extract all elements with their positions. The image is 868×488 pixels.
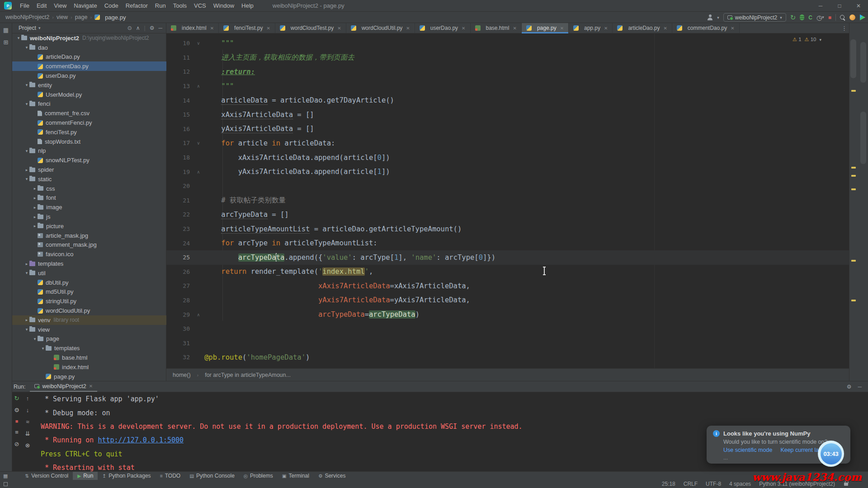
- menu-run[interactable]: Run: [151, 2, 170, 9]
- tree-chevron-icon[interactable]: ▾: [24, 102, 29, 106]
- close-icon[interactable]: ✕: [266, 26, 270, 31]
- tree-item-css[interactable]: ▸css: [12, 184, 166, 193]
- warning-stripe-mark[interactable]: [851, 260, 856, 262]
- breadcrumb-item[interactable]: page: [75, 14, 88, 20]
- code-line[interactable]: 17∨ for article in articleData:: [166, 136, 849, 150]
- code-line[interactable]: 29∧ arcTypeData=arcTypeData): [166, 307, 849, 322]
- tree-item-userdao-py[interactable]: userDao.py: [12, 71, 166, 80]
- project-tool-button[interactable]: ▦: [3, 27, 9, 33]
- tree-item-image[interactable]: ▸image: [12, 202, 166, 212]
- stop-icon[interactable]: ■: [15, 418, 19, 424]
- close-icon[interactable]: ✕: [604, 26, 608, 31]
- tree-chevron-icon[interactable]: ▾: [24, 83, 29, 87]
- tab-wordcloudtest-py[interactable]: wordCloudTest.py✕: [275, 23, 346, 33]
- close-icon[interactable]: ✕: [560, 26, 564, 31]
- menu-tools[interactable]: Tools: [170, 2, 190, 9]
- tool-window-button-run[interactable]: ▶Run: [73, 472, 98, 480]
- fold-marker-icon[interactable]: ∧: [193, 169, 204, 174]
- project-header-title[interactable]: Project ▾: [19, 25, 40, 31]
- profiler-button[interactable]: ◷▾: [816, 14, 824, 21]
- debug-button[interactable]: [800, 14, 804, 20]
- clear-console-icon[interactable]: ⊗: [25, 442, 30, 449]
- tab-commentdao-py[interactable]: commentDao.py✕: [672, 23, 740, 33]
- up-stack-icon[interactable]: ↑: [26, 395, 29, 402]
- warning-stripe-mark[interactable]: [851, 167, 856, 169]
- tree-item-view[interactable]: ▾view: [12, 325, 166, 334]
- tree-chevron-icon[interactable]: ▸: [32, 196, 38, 200]
- tree-item-nlp[interactable]: ▾nlp: [12, 146, 166, 156]
- tool-window-button-python-packages[interactable]: ↥Python Packages: [98, 472, 155, 480]
- plugin-orange-icon[interactable]: [849, 14, 855, 20]
- tab-fencitest-py[interactable]: fenciTest.py✕: [219, 23, 275, 33]
- warning-stripe-mark[interactable]: [851, 90, 856, 92]
- code-line[interactable]: 13∧ """: [166, 79, 849, 94]
- tree-item-article-mask-jpg[interactable]: article_mask.jpg: [12, 231, 166, 240]
- right-tool-tab[interactable]: [860, 42, 866, 83]
- chevron-down-icon[interactable]: ▾: [717, 15, 719, 20]
- tree-item-venv[interactable]: ▸venvlibrary root: [12, 315, 166, 325]
- tree-item-js[interactable]: ▸js: [12, 212, 166, 221]
- tree-item-index-html[interactable]: index.html: [12, 362, 166, 372]
- search-everywhere-icon[interactable]: [840, 15, 845, 20]
- tab-index-html[interactable]: index.html✕: [166, 23, 219, 33]
- tree-item-weibonlpproject2[interactable]: ▾weiboNlpProject2D:\yuqing\weiboNlpProje…: [12, 33, 166, 43]
- status-caret-position[interactable]: 25:18: [662, 481, 675, 487]
- fold-marker-icon[interactable]: ∨: [193, 41, 204, 46]
- code-editor[interactable]: 10∨ """11 进入主页面，获取相应的数据，带到页面去12 :return:…: [166, 33, 849, 368]
- tree-item-entity[interactable]: ▾entity: [12, 80, 166, 90]
- menu-view[interactable]: View: [50, 2, 70, 9]
- status-left-icon[interactable]: [4, 482, 8, 486]
- code-line[interactable]: 11 进入主页面，获取相应的数据，带到页面去: [166, 51, 849, 65]
- status-file-encoding[interactable]: UTF-8: [706, 481, 721, 487]
- close-icon[interactable]: ✕: [731, 26, 734, 31]
- tool-window-button-services[interactable]: ⚙Services: [314, 472, 350, 480]
- tree-chevron-icon[interactable]: ▸: [32, 186, 38, 191]
- collapse-all-icon[interactable]: ∧: [136, 25, 140, 31]
- code-line[interactable]: 15 xAxis7ArticleData = []: [166, 108, 849, 122]
- tool-window-button-problems[interactable]: ◎Problems: [239, 472, 278, 480]
- tab-app-py[interactable]: app.py✕: [569, 23, 613, 33]
- code-line[interactable]: 12 :return:: [166, 65, 849, 79]
- tool-window-button-terminal[interactable]: ▣Terminal: [278, 472, 314, 480]
- tree-item-spider[interactable]: ▸spider: [12, 165, 166, 174]
- hide-panel-icon[interactable]: ─: [858, 384, 862, 390]
- rerun-button[interactable]: ↻: [790, 14, 796, 21]
- structure-tool-button[interactable]: ⊞: [4, 39, 9, 46]
- breadcrumb-item[interactable]: page.py: [94, 14, 126, 21]
- minimize-icon[interactable]: ─: [811, 0, 830, 12]
- tree-item-stopwords-txt[interactable]: stopWords.txt: [12, 137, 166, 146]
- tool-window-button-todo[interactable]: ≡TODO: [156, 472, 185, 480]
- tree-item-comment-fre-csv[interactable]: comment_fre.csv: [12, 108, 166, 118]
- tree-chevron-icon[interactable]: ▸: [32, 215, 38, 219]
- inspections-widget[interactable]: ⚠ 1 ⚠ 10 ▾: [790, 36, 824, 43]
- menu-vcs[interactable]: VCS: [190, 2, 210, 9]
- tree-item-fencitest-py[interactable]: fenciTest.py: [12, 127, 166, 137]
- code-line[interactable]: 20: [166, 179, 849, 193]
- code-line[interactable]: 14 articleData = articleDao.get7DayArtic…: [166, 93, 849, 108]
- code-line[interactable]: 23 articleTypeAmountList = articleDao.ge…: [166, 222, 849, 236]
- tree-item-static[interactable]: ▾static: [12, 174, 166, 184]
- tree-item-page-py[interactable]: page.py: [12, 372, 166, 381]
- close-icon[interactable]: ✕: [663, 26, 667, 31]
- code-line[interactable]: 27 xAxis7ArticleData=xAxis7ArticleData,: [166, 279, 849, 293]
- tree-item-md5util-py[interactable]: md5Util.py: [12, 287, 166, 297]
- menu-code[interactable]: Code: [101, 2, 122, 9]
- tab-userdao-py[interactable]: userDao.py✕: [415, 23, 471, 33]
- tree-item-font[interactable]: ▸font: [12, 193, 166, 203]
- code-line[interactable]: 28 yAxis7ArticleData=yAxis7ArticleData,: [166, 293, 849, 308]
- tree-item-snownlptest-py[interactable]: snowNLPTest.py: [12, 155, 166, 165]
- tool-window-switcher-icon[interactable]: ▦: [3, 473, 8, 479]
- fold-marker-icon[interactable]: ∧: [193, 84, 204, 89]
- tree-chevron-icon[interactable]: ▸: [24, 318, 29, 322]
- code-line[interactable]: 24 for arcType in articleTypeAmountList:: [166, 236, 849, 250]
- gear-icon[interactable]: ⚙: [150, 25, 155, 31]
- run-console-tab[interactable]: weiboNlpProject2 ✕: [30, 381, 97, 392]
- tree-item-base-html[interactable]: base.html: [12, 353, 166, 362]
- rerun-icon[interactable]: ↻: [14, 395, 19, 402]
- tab-articledao-py[interactable]: articleDao.py✕: [613, 23, 672, 33]
- maximize-icon[interactable]: □: [830, 0, 849, 12]
- tree-item-usermodel-py[interactable]: UserModel.py: [12, 90, 166, 99]
- status-line-ending[interactable]: CRLF: [684, 481, 698, 487]
- tree-chevron-icon[interactable]: ▾: [24, 45, 29, 50]
- warning-stripe-mark[interactable]: [851, 188, 856, 190]
